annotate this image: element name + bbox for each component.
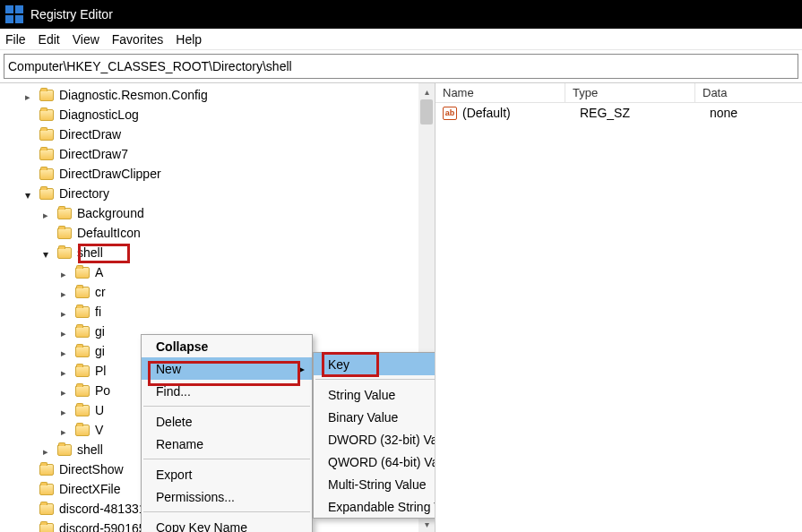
tree-node-label: V xyxy=(95,423,103,437)
folder-icon xyxy=(75,405,90,416)
menu-separator xyxy=(315,379,435,380)
chevron-none xyxy=(25,168,36,179)
tree-node[interactable]: DiagnosticLog xyxy=(0,105,435,124)
menu-file[interactable]: File xyxy=(5,32,26,47)
folder-icon xyxy=(39,523,54,533)
chevron-none xyxy=(25,484,36,494)
tree-node[interactable]: fi xyxy=(0,302,435,322)
folder-icon xyxy=(39,188,54,200)
menu-separator xyxy=(143,511,310,512)
main-split: Diagnostic.Resmon.ConfigDiagnosticLogDir… xyxy=(0,82,802,532)
tree-node-label: cr xyxy=(95,285,106,299)
chevron-down-icon[interactable] xyxy=(25,188,36,199)
tree-node-label: Diagnostic.Resmon.Config xyxy=(59,88,208,102)
tree-node-label: Po xyxy=(95,383,110,398)
chevron-right-icon[interactable] xyxy=(61,365,72,376)
chevron-down-icon[interactable] xyxy=(43,247,54,258)
folder-icon xyxy=(39,484,54,495)
list-row[interactable]: ab (Default) REG_SZ none xyxy=(435,103,802,123)
chevron-none xyxy=(43,227,54,238)
submenu-arrow-icon: ▸ xyxy=(299,363,305,375)
chevron-right-icon[interactable] xyxy=(43,444,54,455)
address-bar[interactable]: Computer\HKEY_CLASSES_ROOT\Directory\she… xyxy=(4,54,798,79)
tree-node-label: Directory xyxy=(59,186,109,201)
col-header-data[interactable]: Data xyxy=(695,83,802,102)
menu-edit[interactable]: Edit xyxy=(39,32,60,47)
chevron-right-icon[interactable] xyxy=(61,425,72,435)
tree-node-label: DirectDrawClipper xyxy=(59,167,161,181)
tree-node[interactable]: Background xyxy=(0,203,435,223)
tree-node[interactable]: A xyxy=(0,262,435,282)
tree-node[interactable]: DirectDraw7 xyxy=(0,144,435,164)
menu-item-collapse[interactable]: Collapse xyxy=(142,335,312,357)
menu-favorites[interactable]: Favorites xyxy=(112,32,164,47)
tree-node-label: DirectDraw7 xyxy=(59,147,128,161)
folder-icon xyxy=(39,129,54,141)
chevron-right-icon[interactable] xyxy=(43,208,54,219)
menu-item-binary-value[interactable]: Binary Value xyxy=(314,406,435,428)
app-icon xyxy=(5,5,23,23)
row-type: REG_SZ xyxy=(580,106,710,120)
menu-item-delete[interactable]: Delete xyxy=(142,410,312,433)
tree-node[interactable]: cr xyxy=(0,282,435,302)
titlebar: Registry Editor xyxy=(0,0,802,29)
folder-icon xyxy=(75,287,90,298)
menu-item-permissions[interactable]: Permissions... xyxy=(142,485,312,508)
tree-node-label: fi xyxy=(95,305,101,319)
tree-node[interactable]: DirectDrawClipper xyxy=(0,164,435,184)
folder-icon xyxy=(39,168,54,180)
chevron-right-icon[interactable] xyxy=(61,306,72,317)
context-menu: CollapseNew▸Find...DeleteRenameExportPer… xyxy=(141,334,313,532)
folder-icon xyxy=(57,208,72,219)
tree-node-label: Pl xyxy=(95,364,106,378)
tree-node-label: gi xyxy=(95,324,105,339)
menu-item-expandable-string-value[interactable]: Expandable String Value xyxy=(314,495,435,518)
address-text: Computer\HKEY_CLASSES_ROOT\Directory\she… xyxy=(8,59,292,73)
chevron-none xyxy=(25,523,36,532)
chevron-right-icon[interactable] xyxy=(61,267,72,278)
menu-item-string-value[interactable]: String Value xyxy=(314,383,435,406)
tree-node[interactable]: shell xyxy=(0,243,435,262)
chevron-none xyxy=(25,464,36,475)
menu-item-rename[interactable]: Rename xyxy=(142,433,312,455)
folder-icon xyxy=(75,267,90,279)
menu-item-qword-bit-value[interactable]: QWORD (64-bit) Value xyxy=(314,450,435,473)
menu-separator xyxy=(143,459,310,459)
col-header-name[interactable]: Name xyxy=(435,83,565,102)
row-name: (Default) xyxy=(462,106,580,120)
chevron-none xyxy=(25,109,36,120)
chevron-right-icon[interactable] xyxy=(25,90,36,100)
menu-item-export[interactable]: Export xyxy=(142,463,312,485)
tree-node-label: shell xyxy=(77,245,103,260)
tree-node[interactable]: DefaultIcon xyxy=(0,223,435,243)
tree-node[interactable]: Diagnostic.Resmon.Config xyxy=(0,85,435,105)
chevron-right-icon[interactable] xyxy=(61,385,72,396)
tree-node[interactable]: Directory xyxy=(0,184,435,203)
menu-item-find[interactable]: Find... xyxy=(142,380,312,402)
tree-node[interactable]: DirectDraw xyxy=(0,124,435,144)
chevron-right-icon[interactable] xyxy=(61,287,72,297)
tree-node-label: shell xyxy=(77,442,103,457)
tree-node-label: gi xyxy=(95,344,105,358)
scroll-thumb[interactable] xyxy=(420,99,433,124)
scroll-up-icon[interactable]: ▴ xyxy=(418,83,435,99)
menu-item-new[interactable]: New▸ xyxy=(142,357,312,380)
app-title: Registry Editor xyxy=(30,7,113,21)
menu-item-copy-key-name[interactable]: Copy Key Name xyxy=(142,516,312,532)
list-header: Name Type Data xyxy=(435,83,802,103)
menu-separator xyxy=(143,406,310,407)
menu-help[interactable]: Help xyxy=(176,32,202,47)
col-header-type[interactable]: Type xyxy=(565,83,695,102)
chevron-right-icon[interactable] xyxy=(61,346,72,356)
folder-icon xyxy=(75,326,90,338)
chevron-right-icon[interactable] xyxy=(61,326,72,337)
folder-icon xyxy=(39,149,54,160)
folder-icon xyxy=(39,109,54,121)
menu-item-key[interactable]: Key xyxy=(314,353,435,375)
chevron-right-icon[interactable] xyxy=(61,405,72,416)
menu-view[interactable]: View xyxy=(73,32,99,47)
chevron-none xyxy=(25,149,36,159)
menu-item-multi-string-value[interactable]: Multi-String Value xyxy=(314,473,435,495)
folder-icon xyxy=(57,247,72,259)
menu-item-dword-bit-value[interactable]: DWORD (32-bit) Value xyxy=(314,428,435,450)
